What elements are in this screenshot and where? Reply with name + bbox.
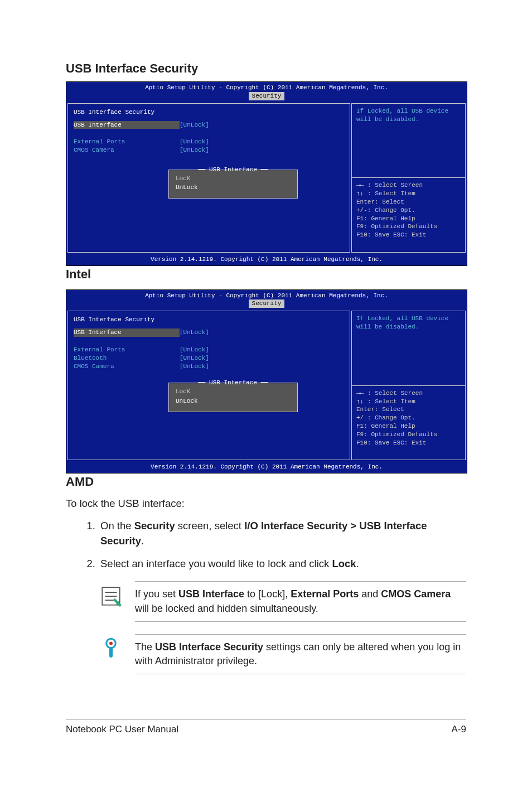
- bios-header: Aptio Setup Utility - Copyright (C) 2011…: [145, 292, 388, 299]
- bios-row-value: [UnLock]: [180, 146, 209, 154]
- arrows-ud-icon: ↑↓: [356, 190, 367, 198]
- tip-text: The USB Interface Security settings can …: [135, 634, 466, 674]
- bios-popup-option-unlock: UnLock: [169, 397, 297, 406]
- instructions-list: On the Security screen, select I/O Inter…: [66, 519, 466, 571]
- instruction-step: Select an interface you would like to lo…: [98, 557, 466, 572]
- bios-row-value: [UnLock]: [180, 138, 209, 146]
- bios-tab-security: Security: [249, 92, 285, 100]
- platform-label-amd: AMD: [66, 475, 466, 489]
- bios-popup-title: ── USB Interface ──: [169, 379, 297, 387]
- bios-legend-box: →←: Select Screen ↑↓: Select Item Enter:…: [351, 386, 466, 461]
- bios-usb-interface-label: USB Interface: [74, 328, 180, 337]
- svg-point-2: [109, 641, 113, 645]
- bios-popup-option-lock: LocK: [169, 387, 297, 397]
- bios-section-title: USB Interface Security: [74, 108, 344, 117]
- footer-title: Notebook PC User Manual: [66, 724, 178, 735]
- bios-popup-option-unlock: UnLock: [169, 183, 297, 192]
- arrows-ud-icon: ↑↓: [356, 398, 367, 406]
- svg-rect-3: [109, 648, 113, 658]
- bios-screenshot-amd: Aptio Setup Utility - Copyright (C) 2011…: [66, 289, 467, 474]
- footer-page-number: A-9: [452, 724, 466, 735]
- note-text: If you set USB Interface to [Lock], Exte…: [135, 581, 466, 621]
- bios-usb-interface-value: [UnLock]: [180, 121, 209, 129]
- tip-icon: [99, 637, 123, 661]
- instructions-lead: To lock the USB interface:: [66, 497, 466, 511]
- platform-label-intel: Intel: [66, 267, 466, 282]
- bios-row-label: External Ports: [74, 138, 180, 146]
- bios-row-value: [UnLock]: [180, 354, 209, 363]
- bios-row-label: CMOS Camera: [74, 146, 180, 154]
- bios-row-label: External Ports: [74, 346, 180, 354]
- bios-popup-title: ── USB Interface ──: [169, 166, 297, 174]
- bios-screenshot-intel: Aptio Setup Utility - Copyright (C) 2011…: [66, 81, 467, 266]
- arrows-lr-icon: →←: [356, 181, 367, 190]
- arrows-lr-icon: →←: [356, 389, 367, 398]
- bios-help-box: If Locked, all USB device will be disabl…: [351, 103, 466, 178]
- bios-row-label: CMOS Camera: [74, 363, 180, 371]
- bios-row-value: [UnLock]: [180, 363, 209, 371]
- bios-footer: Version 2.14.1219. Copyright (C) 2011 Am…: [66, 254, 467, 265]
- note-icon: [99, 584, 123, 608]
- page-footer: Notebook PC User Manual A-9: [66, 719, 466, 735]
- bios-legend-box: →←: Select Screen ↑↓: Select Item Enter:…: [351, 178, 466, 253]
- bios-popup: ── USB Interface ── LocK UnLock: [168, 170, 298, 199]
- bios-popup: ── USB Interface ── LocK UnLock: [168, 383, 298, 412]
- bios-help-box: If Locked, all USB device will be disabl…: [351, 311, 466, 386]
- bios-tab-security: Security: [249, 299, 285, 308]
- bios-header: Aptio Setup Utility - Copyright (C) 2011…: [145, 84, 388, 91]
- bios-footer: Version 2.14.1219. Copyright (C) 2011 Am…: [66, 461, 467, 473]
- bios-usb-interface-value: [UnLock]: [180, 328, 209, 337]
- instruction-step: On the Security screen, select I/O Inter…: [98, 519, 466, 549]
- bios-row-label: Bluetooth: [74, 354, 180, 363]
- section-heading: USB Interface Security: [66, 61, 466, 76]
- bios-usb-interface-label: USB Interface: [74, 121, 180, 129]
- bios-popup-option-lock: LocK: [169, 174, 297, 183]
- bios-row-value: [UnLock]: [180, 346, 209, 354]
- tip-callout: The USB Interface Security settings can …: [99, 634, 466, 674]
- bios-section-title: USB Interface Security: [74, 316, 344, 324]
- note-callout: If you set USB Interface to [Lock], Exte…: [99, 581, 466, 621]
